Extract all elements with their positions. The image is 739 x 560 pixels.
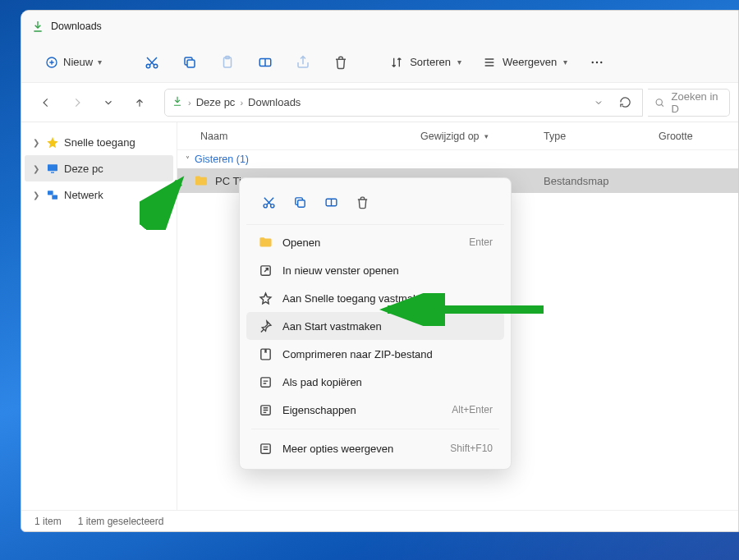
more-icon <box>258 441 273 456</box>
toolbar: Nieuw ▾ Sorteren ▾ Weergeven <box>21 42 738 83</box>
annotation-arrow <box>371 293 552 326</box>
row-type: Bestandsmap <box>544 175 609 187</box>
chevron-down-icon: ▾ <box>457 57 461 67</box>
cut-button[interactable] <box>255 188 282 216</box>
chevron-down-icon: ˅ <box>186 155 190 164</box>
svg-point-7 <box>592 61 594 62</box>
context-more-options[interactable]: Meer opties weergeven Shift+F10 <box>246 434 504 462</box>
star-icon <box>46 135 59 149</box>
copy-button[interactable] <box>173 48 206 77</box>
context-copy-path[interactable]: Als pad kopiëren <box>246 368 504 396</box>
address-bar[interactable]: › Deze pc › Downloads <box>164 89 643 117</box>
forward-button[interactable] <box>64 90 90 116</box>
rename-button[interactable] <box>317 188 345 216</box>
svg-point-16 <box>270 204 273 207</box>
zip-icon <box>258 347 273 361</box>
downloads-icon <box>172 95 183 109</box>
paste-button[interactable] <box>211 48 244 77</box>
breadcrumb-segment[interactable]: Downloads <box>248 96 301 108</box>
recent-dropdown[interactable] <box>95 90 122 116</box>
new-button-label: Nieuw <box>63 56 93 68</box>
sidebar-item-quick-access[interactable]: ❯ Snelle toegang <box>25 129 173 155</box>
context-open[interactable]: Openen Enter <box>246 228 504 256</box>
copy-path-icon <box>258 374 273 389</box>
delete-button[interactable] <box>348 188 376 216</box>
downloads-icon <box>31 20 44 33</box>
svg-rect-12 <box>51 172 54 172</box>
chevron-right-icon: › <box>240 98 243 108</box>
network-icon <box>46 188 59 201</box>
context-item-label: Als pad kopiëren <box>282 376 493 388</box>
svg-rect-14 <box>52 195 57 199</box>
properties-icon <box>258 402 273 417</box>
status-selected: 1 item geselecteerd <box>78 516 164 527</box>
svg-point-9 <box>600 61 602 62</box>
chevron-right-icon: ❯ <box>31 164 41 173</box>
window-title: Downloads <box>51 21 102 32</box>
column-modified[interactable]: Gewijzigd op▾ <box>415 131 539 142</box>
folder-icon <box>258 235 273 250</box>
sidebar-item-label: Snelle toegang <box>64 136 135 149</box>
context-top-actions <box>246 181 504 225</box>
group-header[interactable]: ˅ Gisteren (1) <box>177 150 738 168</box>
search-icon <box>654 97 664 108</box>
chevron-right-icon: ❯ <box>31 190 41 200</box>
breadcrumb-segment[interactable]: Deze pc <box>196 96 236 108</box>
delete-button[interactable] <box>324 48 357 77</box>
share-button[interactable] <box>287 48 319 77</box>
chevron-down-icon: ▾ <box>98 57 102 67</box>
svg-point-1 <box>146 64 150 68</box>
column-type[interactable]: Type <box>539 131 654 142</box>
status-bar: 1 item 1 item geselecteerd <box>21 510 738 531</box>
search-placeholder: Zoeken in D <box>671 90 723 115</box>
svg-rect-6 <box>259 58 271 66</box>
star-icon <box>258 291 273 305</box>
status-item-count: 1 item <box>34 516 62 527</box>
column-size[interactable]: Grootte <box>654 131 738 142</box>
chevron-right-icon: › <box>188 98 191 108</box>
search-box[interactable]: Zoeken in D <box>648 89 730 117</box>
group-label: Gisteren (1) <box>195 154 249 165</box>
back-button[interactable] <box>33 90 59 116</box>
svg-rect-5 <box>226 56 230 58</box>
context-open-new-window[interactable]: In nieuw venster openen <box>246 256 504 284</box>
address-dropdown[interactable] <box>588 92 609 113</box>
context-item-accelerator: Alt+Enter <box>452 404 493 415</box>
context-item-label: Meer opties weergeven <box>282 443 440 455</box>
context-properties[interactable]: Eigenschappen Alt+Enter <box>246 396 504 424</box>
svg-rect-11 <box>48 164 57 171</box>
svg-point-10 <box>656 99 662 104</box>
svg-point-2 <box>154 64 158 68</box>
svg-point-8 <box>596 61 598 62</box>
monitor-icon <box>46 162 59 175</box>
address-row: › Deze pc › Downloads Zoeken in D <box>21 83 738 122</box>
svg-rect-3 <box>187 60 195 67</box>
context-item-label: Comprimeren naar ZIP-bestand <box>282 348 493 360</box>
more-button[interactable] <box>581 48 613 77</box>
view-button[interactable]: Weergeven ▾ <box>475 51 576 74</box>
cut-button[interactable] <box>135 48 168 77</box>
context-separator <box>251 429 499 429</box>
svg-point-0 <box>47 57 57 67</box>
sort-label: Sorteren <box>410 56 451 68</box>
sidebar-item-label: Deze pc <box>64 163 103 175</box>
sort-button[interactable]: Sorteren ▾ <box>382 51 470 74</box>
copy-button[interactable] <box>286 188 314 216</box>
new-button[interactable]: Nieuw ▾ <box>36 50 111 75</box>
chevron-down-icon: ▾ <box>563 57 567 67</box>
up-button[interactable] <box>126 90 153 116</box>
svg-rect-17 <box>297 200 305 207</box>
sidebar-item-label: Netwerk <box>64 189 103 201</box>
svg-point-15 <box>264 204 267 207</box>
annotation-arrow <box>140 172 197 230</box>
svg-rect-4 <box>224 57 232 67</box>
context-compress-zip[interactable]: Comprimeren naar ZIP-bestand <box>246 340 504 368</box>
context-item-label: Openen <box>282 236 459 249</box>
view-label: Weergeven <box>503 56 557 68</box>
rename-button[interactable] <box>249 48 282 77</box>
column-name[interactable]: Naam <box>177 131 415 142</box>
context-item-label: In nieuw venster openen <box>282 264 493 277</box>
refresh-button[interactable] <box>614 92 636 113</box>
svg-line-24 <box>148 182 179 220</box>
titlebar: Downloads <box>21 11 738 42</box>
